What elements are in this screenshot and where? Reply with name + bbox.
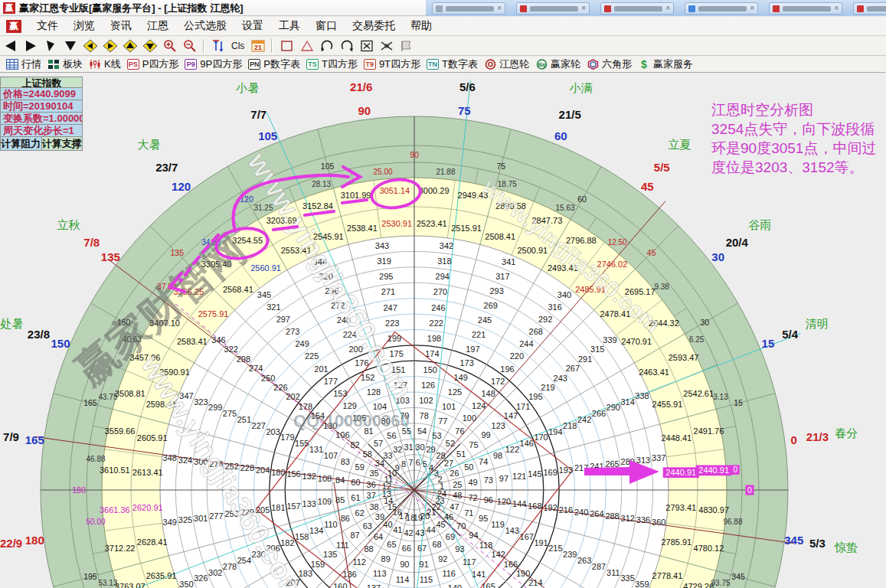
svg-text:335: 335 (620, 573, 634, 583)
view-button-江恩轮[interactable]: 江恩轮 (484, 57, 529, 71)
svg-text:145: 145 (528, 469, 541, 479)
menu-item-交易委托[interactable]: 交易委托 (348, 19, 400, 33)
view-button-label: 赢家服务 (653, 57, 693, 71)
panel-button-计算支撑[interactable]: 计算支撑 (42, 137, 83, 151)
svg-text:146: 146 (520, 439, 534, 448)
view-button-T四方形[interactable]: TST四方形 (306, 57, 358, 71)
svg-text:312: 312 (621, 514, 635, 523)
menu-item-工具[interactable]: 工具 (274, 19, 305, 33)
view-button-P数字表[interactable]: PNP数字表 (248, 57, 300, 71)
tab-title-blurred (783, 6, 831, 11)
svg-text:2605.91: 2605.91 (137, 433, 168, 443)
svg-text:254: 254 (237, 556, 251, 565)
view-button-9P四方形[interactable]: P99P四方形 (185, 57, 242, 71)
time-axis-icon[interactable] (210, 38, 228, 54)
menu-item-江恩[interactable]: 江恩 (142, 19, 173, 33)
svg-text:38: 38 (369, 502, 378, 511)
menu-item-窗口[interactable]: 窗口 (311, 19, 342, 33)
cls-button[interactable]: Cls (228, 41, 247, 51)
view-button-P四方形[interactable]: PSP四方形 (127, 57, 179, 71)
menu-logo-icon: 赢 (6, 20, 21, 33)
delete-box-icon[interactable] (358, 38, 376, 54)
tab-close-icon[interactable]: × (581, 5, 586, 12)
analysis-note-line: 环是90度3051点，中间过 (711, 139, 886, 158)
flag-icon[interactable] (397, 38, 416, 54)
crosshair-icon[interactable] (378, 38, 396, 54)
diamond-right-icon[interactable] (101, 38, 119, 54)
view-button-赢家轮[interactable]: Big赢家轮 (535, 57, 580, 71)
svg-text:137: 137 (367, 583, 381, 588)
menu-item-设置[interactable]: 设置 (237, 19, 268, 33)
browser-tab[interactable]: × (769, 2, 842, 15)
browser-tab[interactable]: × (853, 2, 886, 15)
view-button-赢家服务[interactable]: $赢家服务 (638, 57, 693, 71)
tab-favicon-icon (773, 5, 780, 12)
triangle-tool-icon[interactable] (298, 38, 316, 54)
menu-item-文件[interactable]: 文件 (32, 19, 63, 33)
diamond-down-icon[interactable] (141, 38, 159, 54)
tab-close-icon[interactable]: × (497, 5, 502, 12)
svg-text:2620.91: 2620.91 (132, 503, 163, 512)
zoom-out-icon[interactable] (181, 38, 199, 54)
svg-text:2560.91: 2560.91 (250, 263, 281, 273)
svg-text:2568.41: 2568.41 (223, 285, 253, 294)
nav-up-icon[interactable] (41, 38, 60, 54)
zoom-in-icon[interactable] (161, 38, 179, 54)
svg-text:105: 105 (258, 129, 277, 142)
svg-text:204: 204 (256, 466, 270, 475)
browser-tab[interactable]: × (516, 2, 590, 15)
svg-text:169: 169 (543, 468, 557, 477)
view-button-行情[interactable]: 行情 (6, 57, 41, 71)
svg-text:158: 158 (295, 532, 309, 541)
view-button-板块[interactable]: 板块 (47, 57, 83, 71)
svg-text:91: 91 (420, 560, 429, 569)
view-button-T数字表[interactable]: TNT数字表 (427, 57, 478, 71)
menu-item-帮助[interactable]: 帮助 (406, 19, 436, 33)
svg-text:293: 293 (489, 286, 503, 296)
quote-grid-icon (6, 59, 18, 70)
svg-text:166: 166 (504, 560, 518, 569)
svg-text:216: 216 (559, 505, 573, 514)
menu-item-公式选股[interactable]: 公式选股 (179, 19, 231, 33)
svg-text:321: 321 (266, 302, 280, 312)
nav-down-icon[interactable] (61, 38, 80, 54)
browser-tab[interactable]: × (685, 2, 758, 15)
tab-close-icon[interactable]: × (834, 5, 839, 12)
calendar-icon[interactable]: 21 (249, 38, 267, 54)
svg-text:7/8: 7/8 (83, 236, 100, 249)
svg-text:107: 107 (324, 451, 338, 460)
nav-right-icon[interactable] (21, 38, 40, 54)
view-button-9T四方形[interactable]: T99T四方形 (364, 57, 420, 71)
svg-text:41: 41 (393, 525, 402, 534)
view-button-K线[interactable]: K线 (89, 57, 121, 71)
svg-text:223: 223 (385, 318, 399, 328)
menu-item-资讯[interactable]: 资讯 (106, 19, 136, 33)
nav-left-icon[interactable] (2, 38, 20, 54)
svg-text:93.75: 93.75 (711, 579, 730, 587)
svg-text:159: 159 (311, 560, 325, 569)
svg-text:21/5: 21/5 (559, 108, 581, 121)
app-logo-icon: 赢 (3, 2, 15, 14)
svg-text:3712.22: 3712.22 (105, 544, 136, 553)
rotate-ccw-icon[interactable] (318, 38, 336, 54)
view-button-六角形[interactable]: 六角形 (587, 57, 632, 71)
svg-text:2538.41: 2538.41 (347, 224, 378, 233)
tab-close-icon[interactable]: × (750, 5, 754, 12)
tab-close-icon[interactable]: × (665, 5, 670, 12)
view-button-label: 赢家轮 (551, 57, 580, 71)
svg-text:136: 136 (343, 570, 357, 579)
diamond-left-icon[interactable] (81, 38, 100, 54)
svg-text:5: 5 (423, 459, 427, 469)
tab-title-blurred (530, 6, 578, 11)
rect-tool-icon[interactable] (278, 38, 296, 54)
menu-item-浏览[interactable]: 浏览 (69, 19, 100, 33)
diamond-up-icon[interactable] (121, 38, 139, 54)
svg-text:0: 0 (733, 466, 737, 474)
panel-button-计算阻力[interactable]: 计算阻力 (0, 137, 42, 151)
browser-tab[interactable]: × (432, 2, 505, 15)
svg-text:167: 167 (520, 532, 534, 541)
browser-tab[interactable]: × (600, 2, 674, 15)
rotate-cw-icon[interactable] (338, 38, 356, 54)
svg-text:345: 345 (784, 534, 803, 547)
title-bar: 赢 赢家江恩专业版[赢家服务平台] - [上证指数 江恩轮] ×××××× (0, 0, 886, 16)
